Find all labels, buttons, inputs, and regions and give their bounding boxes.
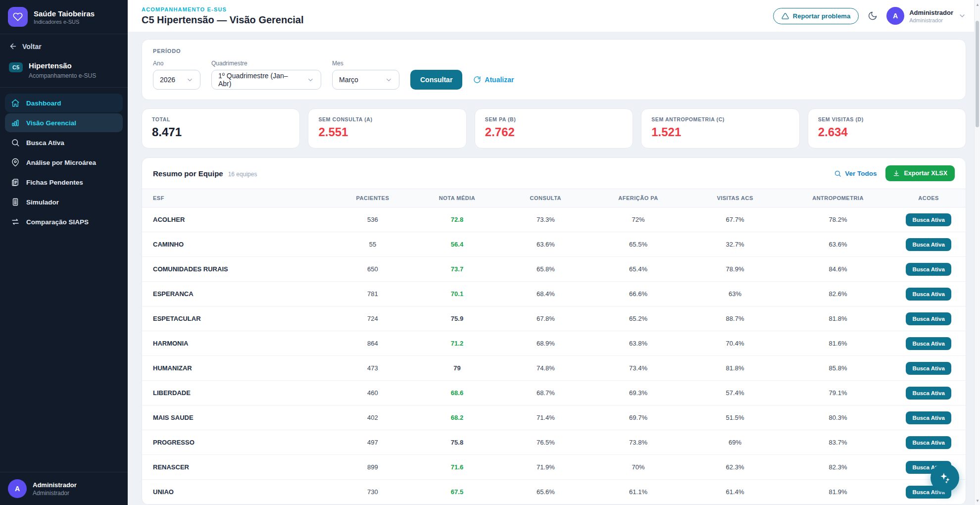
brand-heart-icon: [8, 7, 28, 27]
actions-cell: Busca Ativa: [891, 306, 966, 331]
team-name-cell: ESPETACULAR: [142, 306, 332, 331]
patients-cell: 730: [332, 480, 414, 505]
busca-ativa-button[interactable]: Busca Ativa: [906, 312, 951, 325]
sidebar-item-simulador[interactable]: Simulador: [5, 193, 123, 211]
chevron-down-icon: [385, 76, 392, 84]
sidebar-user[interactable]: A Administrador Administrador: [0, 472, 128, 505]
chevron-down-icon: [307, 76, 314, 84]
table-row: RENASCER 899 71.6 71.9% 70% 62.3% 82.3% …: [142, 455, 966, 480]
year-select[interactable]: 2026: [153, 70, 200, 90]
search-icon: [834, 170, 841, 177]
card-label: TOTAL: [152, 116, 290, 122]
busca-ativa-button[interactable]: Busca Ativa: [906, 238, 951, 251]
actions-cell: Busca Ativa: [891, 430, 966, 455]
team-table: ESF PACIENTES NOTA MÉDIA CONSULTA AFERIÇ…: [142, 189, 966, 505]
score-cell: 73.7: [414, 257, 500, 282]
antropometria-cell: 82.6%: [784, 282, 891, 306]
sidebar-item-comparacao-siaps[interactable]: Comparação SIAPS: [5, 212, 123, 231]
topbar: ACOMPANHAMENTO E-SUS C5 Hipertensão — Vi…: [128, 0, 980, 32]
sidebar-item-analise-microarea[interactable]: Análise por Microárea: [5, 153, 123, 172]
patients-cell: 650: [332, 257, 414, 282]
export-xlsx-button[interactable]: Exportar XLSX: [885, 165, 955, 181]
report-problem-button[interactable]: Reportar problema: [773, 8, 859, 24]
month-select[interactable]: Março: [332, 70, 399, 90]
card-value: 8.471: [152, 125, 290, 139]
antropometria-cell: 79.1%: [784, 381, 891, 405]
program-header: C5 Hipertensão Acompanhamento e-SUS: [0, 55, 128, 88]
scrollbar-thumb[interactable]: [976, 21, 979, 127]
table-row: HUMANIZAR 473 79 74.8% 73.4% 81.8% 85.8%…: [142, 356, 966, 381]
scrollbar[interactable]: ▲ ▼: [974, 0, 980, 505]
period-filter-card: PERÍODO Ano 2026 Quadrimestre 1º Quadrim…: [142, 39, 966, 100]
refresh-link[interactable]: Atualizar: [473, 70, 514, 90]
table-row: ACOLHER 536 72.8 73.3% 72% 67.7% 78.2% B…: [142, 207, 966, 232]
busca-ativa-button[interactable]: Busca Ativa: [906, 288, 951, 301]
visitas-acs-cell: 32.7%: [686, 232, 784, 257]
consult-button[interactable]: Consultar: [410, 70, 462, 90]
filter-title: PERÍODO: [153, 48, 955, 54]
col-header-visitas-acs: VISITAS ACS: [686, 189, 784, 207]
score-cell: 71.2: [414, 331, 500, 356]
visitas-acs-cell: 61.4%: [686, 480, 784, 505]
antropometria-cell: 81.8%: [784, 306, 891, 331]
sidebar-item-dashboard[interactable]: Dashboard: [5, 94, 123, 112]
card-sem-antropometria: SEM ANTROPOMETRIA (C) 1.521: [641, 108, 799, 149]
sidebar-item-visao-gerencial[interactable]: Visão Gerencial: [5, 113, 123, 132]
sidebar-item-busca-ativa[interactable]: Busca Ativa: [5, 133, 123, 152]
view-all-link[interactable]: Ver Todos: [834, 170, 877, 177]
team-name-cell: ESPERANCA: [142, 282, 332, 306]
card-label: SEM CONSULTA (A): [318, 116, 456, 122]
visitas-acs-cell: 57.4%: [686, 381, 784, 405]
antropometria-cell: 80.3%: [784, 405, 891, 430]
visitas-acs-cell: 81.8%: [686, 356, 784, 381]
quarter-select[interactable]: 1º Quadrimestre (Jan–Abr): [211, 70, 321, 90]
main-area: ACOMPANHAMENTO E-SUS C5 Hipertensão — Vi…: [128, 0, 980, 505]
user-avatar: A: [8, 479, 27, 498]
home-icon: [11, 99, 20, 107]
antropometria-cell: 85.8%: [784, 356, 891, 381]
visitas-acs-cell: 88.7%: [686, 306, 784, 331]
afericao-pa-cell: 65.2%: [591, 306, 686, 331]
consulta-cell: 76.5%: [500, 430, 591, 455]
visitas-acs-cell: 78.9%: [686, 257, 784, 282]
busca-ativa-button[interactable]: Busca Ativa: [906, 387, 951, 400]
sparkles-icon: [938, 471, 951, 484]
chevron-down-icon: [958, 12, 966, 20]
ai-assistant-fab[interactable]: [931, 463, 959, 492]
scroll-up-arrow[interactable]: ▲: [975, 1, 980, 8]
visitas-acs-cell: 63%: [686, 282, 784, 306]
table-row: MAIS SAUDE 402 68.2 71.4% 69.7% 51.5% 80…: [142, 405, 966, 430]
patients-cell: 473: [332, 356, 414, 381]
brand-subtitle: Indicadores e-SUS: [34, 19, 95, 25]
sidebar-item-fichas-pendentes[interactable]: Fichas Pendentes: [5, 173, 123, 192]
consulta-cell: 63.6%: [500, 232, 591, 257]
afericao-pa-cell: 61.1%: [591, 480, 686, 505]
card-label: SEM PA (B): [485, 116, 623, 122]
score-cell: 71.6: [414, 455, 500, 480]
warning-triangle-icon: [782, 12, 789, 20]
busca-ativa-button[interactable]: Busca Ativa: [906, 436, 951, 449]
score-cell: 68.6: [414, 381, 500, 405]
score-cell: 75.8: [414, 430, 500, 455]
busca-ativa-button[interactable]: Busca Ativa: [906, 411, 951, 424]
antropometria-cell: 83.7%: [784, 430, 891, 455]
col-header-pacientes: PACIENTES: [332, 189, 414, 207]
search-icon: [11, 138, 20, 147]
dark-mode-toggle[interactable]: [868, 11, 878, 21]
table-row: UNIAO 730 67.5 65.6% 61.1% 61.4% 81.9% B…: [142, 480, 966, 505]
busca-ativa-button[interactable]: Busca Ativa: [906, 213, 951, 226]
busca-ativa-button[interactable]: Busca Ativa: [906, 337, 951, 350]
scroll-down-arrow[interactable]: ▼: [975, 497, 980, 504]
antropometria-cell: 81.6%: [784, 331, 891, 356]
busca-ativa-button[interactable]: Busca Ativa: [906, 362, 951, 375]
patients-cell: 536: [332, 207, 414, 232]
patients-cell: 55: [332, 232, 414, 257]
afericao-pa-cell: 69.7%: [591, 405, 686, 430]
card-sem-pa: SEM PA (B) 2.762: [475, 108, 633, 149]
afericao-pa-cell: 73.4%: [591, 356, 686, 381]
user-menu[interactable]: A Administrador Administrador: [886, 7, 966, 25]
score-cell: 68.2: [414, 405, 500, 430]
back-link[interactable]: Voltar: [0, 34, 128, 55]
afericao-pa-cell: 73.8%: [591, 430, 686, 455]
busca-ativa-button[interactable]: Busca Ativa: [906, 263, 951, 276]
